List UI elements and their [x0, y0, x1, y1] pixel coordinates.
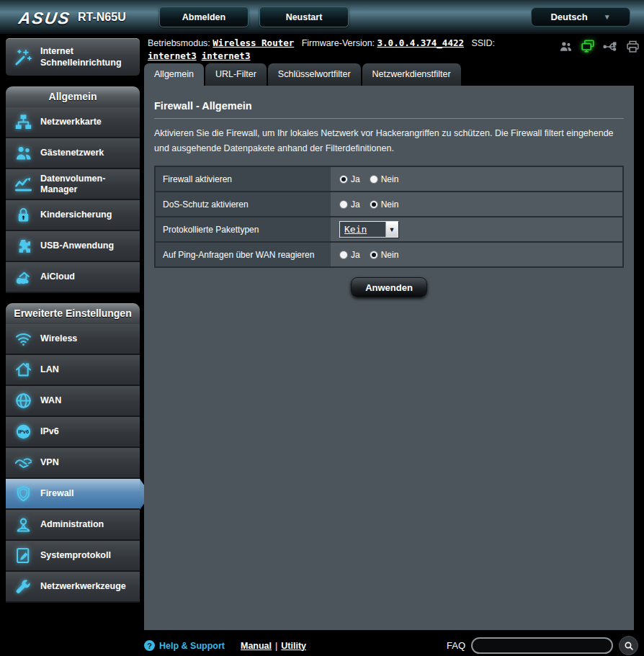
sidebar-item-label: Administration	[40, 519, 135, 530]
ssid-link-1[interactable]: internet3	[148, 50, 197, 61]
firewall-shield-icon	[6, 484, 40, 503]
table-row: Auf Ping-Anfragen über WAN reagierenJaNe…	[156, 243, 622, 266]
sidebar-item-g-stenetzwerk[interactable]: Gästenetzwerk	[6, 138, 140, 169]
search-icon[interactable]	[619, 636, 638, 655]
sidebar-item-label: Wireless	[40, 333, 135, 344]
radio-option-firewall-aktivieren-nein[interactable]: Nein	[370, 174, 399, 184]
language-dropdown[interactable]: Deutsch ▼	[531, 7, 630, 27]
parental-controls-icon	[6, 205, 40, 225]
sidebar-item-aicloud[interactable]: AiCloud	[6, 262, 140, 293]
apply-button[interactable]: Anwenden	[351, 277, 427, 297]
radio-button[interactable]	[339, 200, 348, 209]
magic-wand-icon	[6, 48, 40, 67]
row-value: JaNein	[331, 192, 622, 216]
administration-icon	[6, 515, 40, 534]
sidebar-section-allgemein: AllgemeinNetzwerkkarteGästenetzwerkDaten…	[6, 86, 140, 293]
radio-button[interactable]	[339, 251, 348, 259]
sidebar-item-netzwerkkarte[interactable]: Netzwerkkarte	[6, 107, 140, 138]
printer-icon[interactable]	[625, 38, 640, 54]
sidebar-item-label: USB-Anwendung	[40, 241, 135, 251]
row-value: JaNein	[331, 167, 622, 191]
network-monitor-icon[interactable]	[580, 38, 596, 54]
sidebar-item-systemprotokoll[interactable]: Systemprotokoll	[6, 541, 140, 572]
ssid-link-2[interactable]: internet3	[202, 50, 251, 61]
tab-url-filter[interactable]: URL-Filter	[205, 63, 267, 86]
sidebar-item-kindersicherung[interactable]: Kindersicherung	[6, 200, 140, 231]
usb-icon[interactable]	[602, 38, 618, 54]
content-panel: Firewall - Allgemein Aktivieren Sie die …	[144, 86, 634, 630]
row-label-firewall-aktivieren: Firewall aktivieren	[156, 167, 331, 191]
tab-schl-sselwortfilter[interactable]: Schlüsselwortfilter	[268, 63, 361, 86]
footer: ? Help & Support Manual | Utility FAQ	[144, 635, 641, 656]
sidebar-item-label: Gästenetzwerk	[40, 148, 135, 158]
guest-network-icon	[6, 143, 40, 163]
vpn-icon	[6, 453, 40, 472]
sidebar-item-label: IPv6	[40, 426, 135, 437]
operation-mode-label: Betriebsmodus:	[148, 38, 210, 48]
title-divider	[154, 118, 624, 119]
clients-icon[interactable]	[558, 38, 573, 54]
select-protokollierte-pakettypen[interactable]: Kein▼	[339, 221, 398, 238]
sidebar-item-netzwerkwerkzeuge[interactable]: Netzwerkwerkzeuge	[6, 572, 140, 603]
help-support-link[interactable]: Help & Support	[159, 641, 225, 651]
sidebar-item-label: WAN	[40, 395, 135, 406]
chevron-down-icon: ▼	[604, 13, 611, 21]
table-row: DoS-Schutz aktivierenJaNein	[156, 192, 622, 217]
sidebar-item-administration[interactable]: Administration	[6, 510, 140, 541]
faq-label: FAQ	[447, 640, 465, 651]
firmware-version-link[interactable]: 3.0.0.4.374_4422	[377, 37, 464, 48]
status-info-bar: Betriebsmodus: Wireless Router Firmware-…	[148, 37, 555, 63]
sidebar-item-quick-internet-setup[interactable]: Internet Schnelleinrichtung	[6, 38, 140, 76]
faq-search-input[interactable]	[471, 637, 613, 654]
sidebar-menu: AllgemeinNetzwerkkarteGästenetzwerkDaten…	[6, 86, 140, 603]
operation-mode-link[interactable]: Wireless Router	[213, 37, 294, 48]
sidebar-item-wan[interactable]: WAN	[6, 386, 140, 417]
sidebar: Internet Schnelleinrichtung AllgemeinNet…	[6, 38, 140, 613]
row-label-dos-schutz-aktivieren: DoS-Schutz aktivieren	[156, 192, 331, 216]
radio-option-dos-schutz-aktivieren-ja[interactable]: Ja	[339, 199, 360, 210]
sidebar-item-label: Datenvolumen-Manager	[40, 174, 135, 195]
sidebar-item-firewall[interactable]: Firewall	[6, 479, 140, 510]
table-row: Firewall aktivierenJaNein	[156, 167, 622, 192]
radio-option-dos-schutz-aktivieren-nein[interactable]: Nein	[370, 199, 399, 210]
row-label-protokollierte-pakettypen: Protokollierte Pakettypen	[156, 217, 331, 241]
network-tools-icon	[6, 577, 40, 596]
radio-option-auf-ping-anfragen-ber-wan-reagieren-nein[interactable]: Nein	[370, 250, 399, 260]
section-header-erweiterte-einstellungen: Erweiterte Einstellungen	[6, 303, 140, 324]
sidebar-item-label: LAN	[40, 364, 135, 375]
radio-button[interactable]	[370, 251, 378, 259]
radio-option-firewall-aktivieren-ja[interactable]: Ja	[339, 174, 360, 184]
sidebar-item-ipv6[interactable]: IPv6IPv6	[6, 417, 140, 448]
status-icon-tray	[558, 38, 640, 54]
sidebar-item-vpn[interactable]: VPN	[6, 448, 140, 479]
row-value: Kein▼	[331, 217, 622, 241]
radio-button[interactable]	[339, 175, 348, 184]
radio-option-auf-ping-anfragen-ber-wan-reagieren-ja[interactable]: Ja	[339, 250, 360, 260]
quick-setup-label: Internet Schnelleinrichtung	[40, 46, 131, 68]
manual-link[interactable]: Manual	[241, 641, 272, 651]
usb-application-icon	[6, 236, 40, 256]
network-map-icon	[6, 112, 40, 132]
radio-button[interactable]	[370, 200, 378, 209]
sidebar-section-erweiterte-einstellungen: Erweiterte EinstellungenWirelessLANWANIP…	[6, 303, 140, 603]
firewall-settings-table: Firewall aktivierenJaNeinDoS-Schutz akti…	[154, 166, 624, 268]
tab-allgemein[interactable]: Allgemein	[144, 63, 204, 86]
radio-label: Ja	[351, 199, 360, 210]
ssid-label: SSID:	[471, 38, 495, 48]
reboot-button[interactable]: Neustart	[259, 6, 349, 27]
sidebar-item-lan[interactable]: LAN	[6, 355, 140, 386]
section-header-allgemein: Allgemein	[6, 86, 140, 107]
sidebar-item-datenvolumen-manager[interactable]: Datenvolumen-Manager	[6, 169, 140, 200]
radio-button[interactable]	[370, 175, 378, 184]
sidebar-item-usb-anwendung[interactable]: USB-Anwendung	[6, 231, 140, 262]
logout-button[interactable]: Abmelden	[159, 6, 249, 27]
chevron-down-icon: ▼	[385, 222, 398, 237]
traffic-manager-icon	[6, 174, 40, 194]
utility-link[interactable]: Utility	[281, 641, 306, 651]
tab-bar: AllgemeinURL-FilterSchlüsselwortfilterNe…	[144, 63, 461, 86]
tab-netzwerkdienstfilter[interactable]: Netzwerkdienstfilter	[362, 63, 461, 86]
radio-label: Ja	[351, 174, 360, 184]
wireless-icon	[6, 329, 40, 349]
sidebar-item-wireless[interactable]: Wireless	[6, 324, 140, 355]
row-label-auf-ping-anfragen-ber-wan-reagieren: Auf Ping-Anfragen über WAN reagieren	[156, 243, 331, 266]
